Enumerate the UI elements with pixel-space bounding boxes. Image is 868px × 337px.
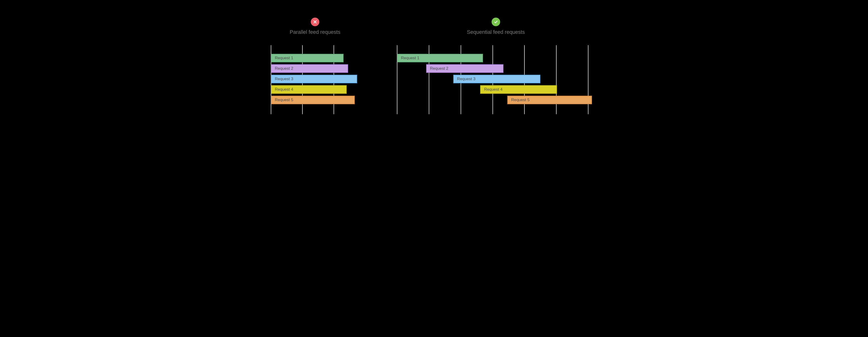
request-bar-label: Request 3 [275,76,293,82]
request-bar: Request 1 [397,54,483,62]
cross-icon [311,18,319,26]
request-bar: Request 4 [480,85,557,94]
request-bar: Request 5 [271,96,355,104]
diagram-stage: Parallel feed requests Request 1Request … [246,0,622,146]
request-bar-label: Request 2 [275,66,293,71]
request-bar-label: Request 1 [401,56,420,60]
request-bar: Request 4 [271,85,347,94]
request-bar: Request 3 [271,75,357,83]
request-bar: Request 2 [426,64,503,73]
request-bar-label: Request 5 [511,98,530,102]
request-bar-label: Request 4 [275,87,293,92]
chart-parallel: Request 1Request 2Request 3Request 4Requ… [271,45,359,114]
request-bar: Request 5 [507,96,592,104]
request-bar: Request 3 [453,75,540,83]
request-bar: Request 1 [271,54,344,62]
check-icon [492,18,500,26]
request-bar-label: Request 1 [275,56,293,60]
chart-sequential: Request 1Request 2Request 3Request 4Requ… [397,45,595,114]
request-bar-label: Request 4 [484,87,502,92]
panel-title-sequential: Sequential feed requests [397,29,595,35]
request-bar-label: Request 3 [457,76,476,82]
panel-title-parallel: Parallel feed requests [271,29,359,35]
request-bar-label: Request 2 [430,66,448,71]
request-bar-label: Request 5 [275,98,293,102]
request-bar: Request 2 [271,64,348,73]
